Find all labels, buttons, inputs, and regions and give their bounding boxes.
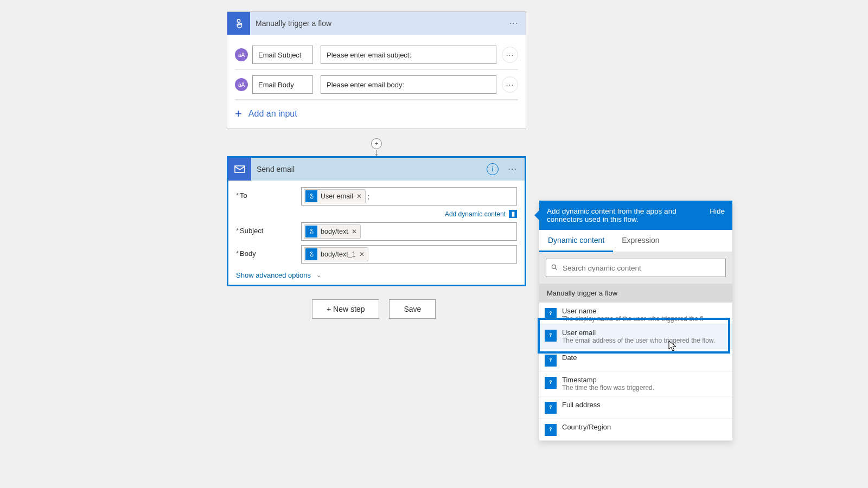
flow-icon <box>545 402 557 414</box>
flow-icon <box>545 377 557 389</box>
svg-point-0 <box>237 20 240 23</box>
svg-point-10 <box>550 406 552 407</box>
token-user-email[interactable]: User email ✕ <box>304 189 366 203</box>
add-dynamic-content-link[interactable]: Add dynamic content ▮ <box>301 210 517 218</box>
trigger-input-row: aA Email Body Please enter email body: ·… <box>235 70 518 100</box>
plus-icon: + <box>235 107 242 121</box>
dc-item-country-region[interactable]: Country/Region <box>539 419 732 441</box>
tab-dynamic-content[interactable]: Dynamic content <box>539 230 613 252</box>
flow-icon <box>305 190 317 202</box>
arrow-down-icon: ↓ <box>374 149 379 156</box>
trigger-card: Manually trigger a flow ··· aA Email Sub… <box>227 11 526 129</box>
flow-icon <box>545 308 557 320</box>
save-button[interactable]: Save <box>389 299 436 319</box>
action-title: Send email <box>257 165 295 174</box>
token-body-text-1[interactable]: body/text_1 ✕ <box>304 247 368 261</box>
field-label-subject: Subject <box>236 222 301 235</box>
dc-item-date[interactable]: Date <box>539 349 732 371</box>
text-type-icon: aA <box>235 48 248 61</box>
svg-point-2 <box>311 194 312 196</box>
separator: ; <box>368 192 370 201</box>
param-value-input[interactable]: Please enter email subject: <box>321 46 496 64</box>
panel-tabs: Dynamic content Expression <box>539 230 732 252</box>
input-row-menu[interactable]: ··· <box>502 47 518 63</box>
trigger-title: Manually trigger a flow <box>256 19 331 28</box>
field-row-to: To User email ✕ ; <box>236 187 517 206</box>
token-label: body/text_1 <box>321 251 356 258</box>
field-row-body: Body body/text_1 ✕ <box>236 245 517 264</box>
flow-icon <box>545 424 557 436</box>
to-input[interactable]: User email ✕ ; <box>301 187 517 206</box>
trigger-menu-button[interactable]: ··· <box>509 18 518 28</box>
search-box[interactable] <box>546 259 726 277</box>
panel-caret-icon <box>534 210 539 220</box>
new-step-button[interactable]: + New step <box>312 299 379 319</box>
trigger-input-row: aA Email Subject Please enter email subj… <box>235 40 518 70</box>
svg-point-8 <box>550 358 552 360</box>
svg-rect-1 <box>235 166 245 172</box>
input-row-menu[interactable]: ··· <box>502 76 518 93</box>
add-input-button[interactable]: + Add an input <box>235 100 518 123</box>
token-label: User email <box>321 192 353 200</box>
token-remove-icon[interactable]: ✕ <box>356 192 362 200</box>
field-row-subject: Subject body/text ✕ <box>236 222 517 241</box>
action-card: Send email i ··· To User email ✕ <box>227 156 526 286</box>
flow-icon <box>545 330 557 342</box>
dc-item-full-address[interactable]: Full address <box>539 396 732 419</box>
search-icon <box>551 264 558 273</box>
param-name-input[interactable]: Email Body <box>252 75 313 94</box>
svg-point-5 <box>552 265 556 268</box>
dynamic-items-list[interactable]: User name The display name of the user w… <box>539 303 732 441</box>
svg-point-11 <box>550 428 552 429</box>
hide-link[interactable]: Hide <box>710 207 725 215</box>
dc-item-timestamp[interactable]: Timestamp The time the flow was triggere… <box>539 371 732 396</box>
token-label: body/text <box>321 228 348 235</box>
touch-icon <box>227 12 250 35</box>
flow-icon <box>545 355 557 367</box>
param-name-input[interactable]: Email Subject <box>252 46 313 64</box>
field-label-body: Body <box>236 245 301 258</box>
trigger-header[interactable]: Manually trigger a flow ··· <box>227 12 526 35</box>
tab-expression[interactable]: Expression <box>613 230 668 252</box>
connector: + ↓ <box>371 138 382 156</box>
chevron-down-icon: ⌄ <box>316 272 321 279</box>
subject-input[interactable]: body/text ✕ <box>301 222 517 241</box>
dc-item-user-email[interactable]: User email The email address of the user… <box>539 324 732 349</box>
mail-icon <box>228 158 251 181</box>
dynamic-content-panel: Add dynamic content from the apps and co… <box>539 201 732 441</box>
svg-point-6 <box>550 312 552 313</box>
dc-item-user-name[interactable]: User name The display name of the user w… <box>539 303 732 324</box>
flow-icon <box>305 248 317 260</box>
show-advanced-link[interactable]: Show advanced options ⌄ <box>236 268 517 279</box>
info-icon[interactable]: i <box>487 163 499 175</box>
body-input[interactable]: body/text_1 ✕ <box>301 245 517 264</box>
add-input-label: Add an input <box>248 109 297 119</box>
bottom-buttons: + New step Save <box>312 299 436 319</box>
flow-icon <box>305 226 317 237</box>
panel-header: Add dynamic content from the apps and co… <box>539 201 732 230</box>
field-label-to: To <box>236 187 301 200</box>
text-type-icon: aA <box>235 78 248 91</box>
param-value-input[interactable]: Please enter email body: <box>321 75 496 94</box>
token-body-text[interactable]: body/text ✕ <box>304 224 361 239</box>
action-header[interactable]: Send email i ··· <box>228 158 525 181</box>
search-input[interactable] <box>563 264 721 272</box>
token-remove-icon[interactable]: ✕ <box>359 251 365 258</box>
lightning-icon: ▮ <box>509 210 517 218</box>
svg-point-4 <box>311 252 312 254</box>
token-remove-icon[interactable]: ✕ <box>352 228 357 235</box>
svg-point-9 <box>550 381 552 382</box>
action-menu-button[interactable]: ··· <box>508 164 517 174</box>
panel-header-text: Add dynamic content from the apps and co… <box>547 207 699 223</box>
svg-point-7 <box>550 333 552 335</box>
section-header: Manually trigger a flow <box>539 284 732 303</box>
svg-point-3 <box>311 229 312 231</box>
